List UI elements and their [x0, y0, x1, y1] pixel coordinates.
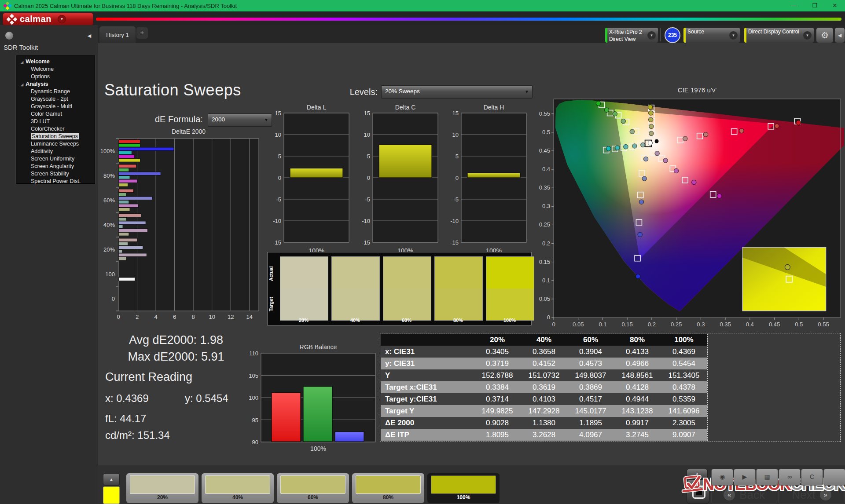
chevron-double-left-icon: « — [724, 489, 735, 500]
meter-reading-badge[interactable]: 235 — [665, 27, 680, 43]
swatch-label: 80% — [434, 318, 482, 323]
sidebar-item-dynamic-range[interactable]: Dynamic Range — [16, 88, 95, 95]
actual-swatch-80% — [434, 256, 483, 289]
svg-text:-15: -15 — [273, 239, 281, 246]
stop-measure-button[interactable] — [687, 479, 709, 504]
transport-button-5[interactable] — [823, 469, 845, 486]
sidebar-item-luminance-sweeps[interactable]: Luminance Sweeps — [16, 140, 95, 147]
target-label: Target — [268, 289, 276, 319]
delta-l-chart: Delta L151050-5-10-15100% — [264, 103, 354, 255]
calman-menu-button[interactable]: calman ▼ — [3, 13, 93, 26]
expander-icon[interactable]: ◢ — [21, 83, 23, 87]
sidebar-item-grayscale-multi[interactable]: Grayscale - Multi — [16, 102, 95, 110]
sidebar-item-3d-lut[interactable]: 3D LUT — [16, 117, 95, 125]
svg-text:60%: 60% — [103, 197, 115, 204]
swatch-label: 100% — [486, 318, 533, 323]
sidebar-collapse-button[interactable]: ◀ — [85, 32, 93, 40]
sidebar-pin-button[interactable] — [5, 32, 13, 40]
target-swatch-80% — [434, 289, 483, 321]
chevron-down-icon: ▼ — [525, 86, 529, 98]
svg-text:0.45: 0.45 — [769, 321, 780, 328]
sidebar-item-screen-uniformity[interactable]: Screen Uniformity — [16, 155, 95, 162]
transport-button-2[interactable]: ▦ — [756, 469, 778, 486]
chevron-down-icon[interactable]: ▼ — [803, 31, 812, 40]
svg-text:14: 14 — [246, 314, 252, 320]
svg-text:100: 100 — [249, 394, 258, 401]
table-row: ΔE 20000.90281.13801.18950.99172.3005 — [381, 417, 707, 429]
restore-button[interactable]: ❐ — [805, 0, 825, 11]
sidebar-item-options[interactable]: Options — [16, 73, 95, 80]
svg-text:0.5: 0.5 — [542, 129, 550, 135]
svg-text:Delta C: Delta C — [395, 104, 416, 111]
patch-button-80%[interactable]: 80% — [352, 473, 424, 503]
display-control-dropdown[interactable]: Direct Display Control ▼ — [744, 27, 814, 43]
tab-history-1[interactable]: History 1 — [99, 26, 136, 43]
sidebar-item-grayscale-2pt[interactable]: Grayscale - 2pt — [16, 95, 95, 102]
svg-text:-10: -10 — [450, 218, 459, 224]
svg-text:105: 105 — [249, 373, 258, 379]
svg-text:-5: -5 — [453, 196, 459, 203]
minimize-button[interactable]: — — [784, 0, 805, 11]
svg-text:100%: 100% — [100, 148, 115, 154]
meter-dropdown[interactable]: X-Rite i1Pro 2 Direct View ▼ — [605, 27, 658, 43]
source-dropdown[interactable]: Source ▼ — [683, 27, 740, 43]
patch-strip-expand-button[interactable]: ▲ — [103, 473, 120, 486]
next-button[interactable]: Next » — [778, 486, 845, 504]
gear-icon: ⚙ — [821, 30, 829, 40]
close-button[interactable]: ✕ — [825, 0, 845, 11]
patch-button-40%[interactable]: 40% — [202, 473, 274, 503]
svg-text:10: 10 — [275, 131, 281, 138]
cie-1976-diagram: CIE 1976 u'v'00.050.10.150.20.250.30.350… — [536, 84, 844, 329]
rgb-balance-chart: RGB Balance1101051009590100% — [238, 343, 383, 453]
table-row: Target x:CIE310.33840.36190.38690.41280.… — [381, 381, 707, 393]
back-button[interactable]: « Back — [711, 486, 777, 504]
chevron-down-icon[interactable]: ▼ — [647, 31, 656, 40]
sidebar-item-colorchecker[interactable]: ColorChecker — [16, 125, 95, 132]
expander-icon[interactable]: ◢ — [21, 60, 23, 64]
sidebar-item-screen-stability[interactable]: Screen Stability — [16, 170, 95, 177]
table-row: x: CIE310.34050.36580.39040.41330.4369 — [381, 346, 707, 358]
tree-group-welcome[interactable]: ◢Welcome — [16, 58, 95, 65]
tree-group-analysis[interactable]: ◢Analysis — [16, 80, 95, 88]
actual-swatch-40% — [331, 256, 380, 289]
add-tab-button[interactable]: + — [136, 27, 148, 39]
de-formula-select[interactable]: 2000 ▼ — [208, 113, 272, 127]
svg-text:0.2: 0.2 — [542, 240, 550, 247]
levels-select[interactable]: 20% Sweeps ▼ — [381, 85, 533, 99]
max-de2000: Max dE2000: 5.91 — [106, 350, 246, 364]
svg-text:15: 15 — [275, 110, 281, 117]
table-header-row: 20%40%60%80%100% — [381, 334, 707, 346]
svg-text:0.35: 0.35 — [539, 184, 550, 191]
chevron-down-icon[interactable]: ▼ — [729, 31, 738, 40]
svg-text:0.4: 0.4 — [542, 166, 550, 172]
settings-button[interactable]: ⚙ — [816, 27, 834, 43]
patch-button-100%[interactable]: 100% — [427, 473, 500, 503]
svg-text:-5: -5 — [276, 196, 281, 203]
current-reading-title: Current Reading — [105, 370, 192, 384]
sidebar-item-welcome[interactable]: Welcome — [16, 65, 95, 73]
transport-button-0[interactable]: ◉ — [711, 469, 733, 486]
svg-text:0: 0 — [552, 321, 555, 328]
transport-button-4[interactable]: C — [801, 469, 823, 486]
sidebar-item-additivity[interactable]: Additivity — [16, 147, 95, 155]
transport-button-1[interactable]: ▶ — [734, 469, 756, 486]
svg-text:0.55: 0.55 — [539, 110, 550, 117]
sidebar-item-color-gamut[interactable]: Color Gamut — [16, 110, 95, 117]
sidebar-item-spectral-power-dist-[interactable]: Spectral Power Dist. — [16, 177, 95, 185]
collapse-panel-button[interactable]: ◀ — [834, 27, 845, 43]
transport-button-3[interactable]: ∞ — [779, 469, 801, 486]
de-formula-value: 2000 — [212, 116, 225, 123]
table-row: ΔE ITP1.80953.26284.09673.27459.0907 — [381, 429, 707, 441]
window-controls: — ❐ ✕ — [784, 0, 845, 11]
svg-text:10: 10 — [209, 314, 215, 320]
meter-panel-expand-button[interactable]: ▲ — [687, 469, 708, 478]
patch-button-60%[interactable]: 60% — [277, 473, 349, 503]
actual-label: Actual — [268, 259, 276, 289]
chevron-down-icon[interactable]: ▼ — [58, 15, 66, 23]
sidebar-item-saturation-sweeps[interactable]: Saturation Sweeps — [16, 132, 95, 140]
svg-text:12: 12 — [228, 314, 234, 320]
patch-button-20%[interactable]: 20% — [126, 473, 198, 503]
sidebar-item-screen-angularity[interactable]: Screen Angularity — [16, 162, 95, 170]
back-label: Back — [739, 488, 765, 502]
svg-text:RGB Balance: RGB Balance — [300, 343, 337, 351]
